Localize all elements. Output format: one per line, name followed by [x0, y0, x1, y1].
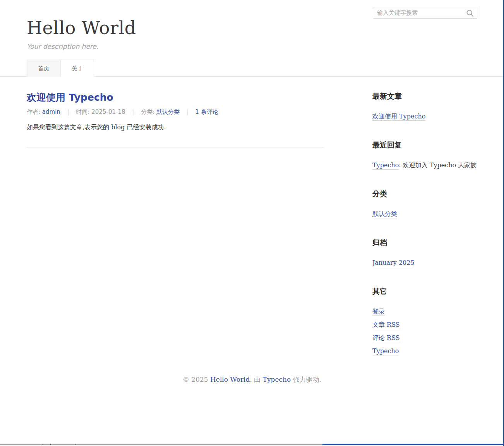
list-item: 评论 RSS — [372, 331, 477, 345]
list-item: 欢迎使用 Typecho — [372, 110, 477, 123]
widget-recent-comments: 最近回复 Typecho: 欢迎加入 Typecho 大家族 — [372, 140, 477, 172]
comment-author-link[interactable]: Typecho — [372, 161, 399, 170]
site-header: Hello World Your description here. 首页 关于 — [0, 0, 504, 77]
post-meta: 作者: admin | 时间: 2025-01-18 | 分类: 默认分类 | … — [27, 108, 324, 116]
site-description: Your description here. — [27, 42, 477, 51]
recent-post-link[interactable]: 欢迎使用 Typecho — [372, 113, 425, 121]
search-input[interactable] — [373, 7, 477, 18]
misc-title: 其它 — [372, 286, 477, 296]
misc-link-posts-rss[interactable]: 文章 RSS — [372, 321, 400, 329]
archive-link[interactable]: January 2025 — [372, 259, 415, 267]
nav-tab-about[interactable]: 关于 — [60, 60, 94, 77]
list-item: 登录 — [372, 305, 477, 318]
author-link[interactable]: admin — [42, 108, 60, 116]
comments-link[interactable]: 1 条评论 — [195, 108, 218, 116]
categories-title: 分类 — [372, 189, 477, 198]
list-item: January 2025 — [372, 256, 477, 269]
list-item: 默认分类 — [372, 208, 477, 221]
widget-categories: 分类 默认分类 — [372, 189, 477, 221]
misc-link-login[interactable]: 登录 — [372, 308, 385, 316]
site-title: Hello World — [27, 0, 477, 38]
archives-title: 归档 — [372, 238, 477, 247]
post-title: 欢迎使用 Typecho — [27, 91, 324, 104]
post-divider — [27, 147, 324, 148]
main-area: 欢迎使用 Typecho 作者: admin | 时间: 2025-01-18 … — [27, 77, 477, 375]
date-value: 2025-01-18 — [91, 108, 125, 115]
comment-text: : 欢迎加入 Typecho 大家族 — [399, 161, 477, 169]
misc-link-typecho[interactable]: Typecho — [372, 347, 399, 355]
widget-archives: 归档 January 2025 — [372, 238, 477, 269]
footer-dot: . — [250, 376, 252, 383]
meta-separator: | — [187, 108, 189, 115]
list-item: 文章 RSS — [372, 318, 477, 331]
sidebar: 最新文章 欢迎使用 Typecho 最近回复 Typecho: 欢迎加入 Typ… — [372, 91, 477, 375]
post-title-link[interactable]: 欢迎使用 Typecho — [27, 92, 113, 103]
post: 欢迎使用 Typecho 作者: admin | 时间: 2025-01-18 … — [27, 91, 324, 148]
footer: © 2025 Hello World. 由 Typecho 强力驱动. — [0, 375, 504, 387]
search-icon[interactable] — [466, 9, 474, 17]
misc-link-comments-rss[interactable]: 评论 RSS — [372, 334, 400, 342]
main-nav: 首页 关于 — [27, 59, 477, 76]
site-title-link[interactable]: Hello World — [27, 17, 136, 38]
category-link[interactable]: 默认分类 — [156, 108, 180, 116]
widget-misc: 其它 登录 文章 RSS 评论 RSS Typecho — [372, 286, 477, 358]
list-item: Typecho — [372, 345, 477, 358]
footer-powered-suffix: 强力驱动. — [293, 376, 321, 383]
author-label: 作者: — [27, 108, 40, 115]
search-form — [373, 7, 477, 19]
recent-comments-title: 最近回复 — [372, 140, 477, 149]
meta-separator: | — [132, 108, 134, 115]
category-label: 分类: — [141, 108, 154, 115]
widget-recent-posts: 最新文章 欢迎使用 Typecho — [372, 91, 477, 123]
post-body: 如果您看到这篇文章,表示您的 blog 已经安装成功. — [27, 122, 324, 132]
category-item-link[interactable]: 默认分类 — [372, 210, 397, 218]
meta-separator: | — [67, 108, 69, 115]
footer-powered-prefix: 由 — [254, 376, 261, 383]
list-item: Typecho: 欢迎加入 Typecho 大家族 — [372, 159, 477, 172]
footer-site-link[interactable]: Hello World — [210, 376, 250, 383]
footer-powered-link[interactable]: Typecho — [263, 376, 291, 383]
recent-posts-title: 最新文章 — [372, 91, 477, 101]
nav-tab-home[interactable]: 首页 — [27, 60, 60, 77]
copyright-text: © 2025 — [183, 376, 208, 383]
date-label: 时间: — [76, 108, 89, 115]
post-list: 欢迎使用 Typecho 作者: admin | 时间: 2025-01-18 … — [27, 91, 324, 375]
